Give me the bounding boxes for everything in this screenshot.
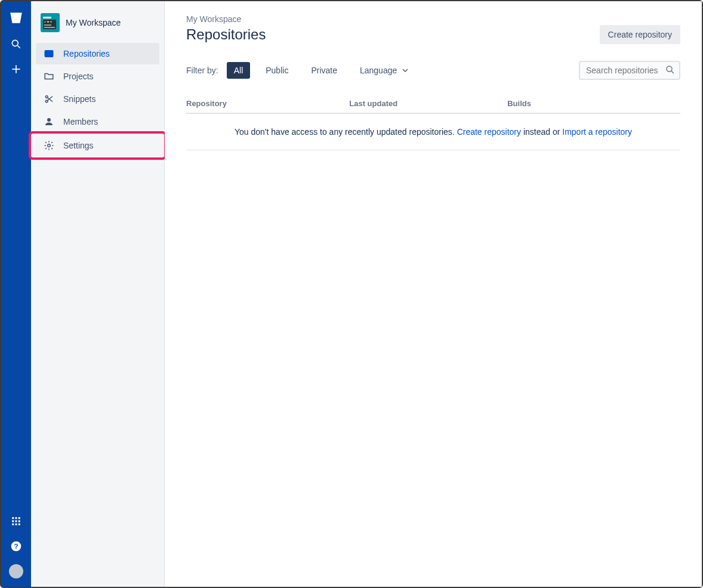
svg-rect-11: [16, 524, 17, 525]
empty-text-prefix: You don't have access to any recently up…: [235, 127, 457, 137]
create-repository-button[interactable]: Create repository: [600, 25, 680, 44]
filter-language[interactable]: Language: [353, 62, 417, 79]
empty-text-middle: instead or: [521, 127, 562, 137]
svg-rect-9: [18, 521, 20, 522]
svg-line-1: [18, 46, 20, 48]
svg-rect-8: [16, 521, 17, 522]
create-repository-link[interactable]: Create repository: [457, 127, 521, 137]
workspace-avatar-icon: [41, 13, 60, 32]
help-icon[interactable]: ?: [9, 539, 23, 553]
svg-rect-4: [12, 517, 14, 519]
create-plus-icon[interactable]: [9, 62, 23, 76]
search-icon: [665, 64, 676, 75]
gear-icon: [43, 140, 55, 151]
svg-point-16: [45, 100, 48, 103]
user-avatar[interactable]: [9, 564, 23, 578]
main-content: My Workspace Repositories Create reposit…: [165, 1, 702, 587]
column-repository: Repository: [186, 94, 349, 113]
search-icon[interactable]: [9, 37, 23, 51]
breadcrumb[interactable]: My Workspace: [186, 14, 680, 24]
filter-private[interactable]: Private: [304, 62, 344, 79]
svg-rect-7: [12, 521, 14, 522]
chevron-down-icon: [400, 66, 410, 75]
person-icon: [43, 116, 55, 128]
svg-rect-5: [16, 517, 17, 519]
filter-label: Filter by:: [186, 66, 218, 75]
svg-rect-10: [12, 524, 14, 525]
column-builds: Builds: [507, 94, 680, 113]
svg-rect-6: [18, 517, 20, 519]
code-icon: [43, 48, 55, 60]
filter-language-label: Language: [360, 66, 397, 75]
workspace-name: My Workspace: [66, 18, 121, 27]
svg-point-20: [47, 118, 51, 122]
repositories-table: Repository Last updated Builds You don't…: [186, 94, 680, 150]
filter-public[interactable]: Public: [258, 62, 295, 79]
sidebar-item-projects[interactable]: Projects: [36, 66, 159, 87]
sidebar-item-label: Repositories: [63, 49, 110, 58]
scissors-icon: [43, 93, 55, 105]
sidebar-item-label: Projects: [63, 72, 94, 81]
sidebar-item-label: Settings: [63, 141, 94, 150]
svg-line-23: [671, 71, 674, 73]
workspace-header[interactable]: My Workspace: [36, 11, 159, 42]
svg-point-17: [45, 95, 48, 98]
sidebar-item-label: Members: [63, 117, 98, 126]
bitbucket-logo-icon[interactable]: [8, 10, 24, 26]
svg-point-22: [667, 66, 672, 72]
folder-icon: [43, 70, 55, 82]
sidebar: My Workspace Repositories Projects Snipp…: [31, 1, 165, 587]
sidebar-item-members[interactable]: Members: [36, 111, 159, 132]
filter-all[interactable]: All: [227, 62, 251, 79]
page-title: Repositories: [186, 26, 266, 43]
svg-point-21: [48, 144, 51, 147]
global-nav-rail: ?: [1, 1, 31, 587]
sidebar-item-settings[interactable]: Settings: [31, 134, 164, 157]
import-repository-link[interactable]: Import a repository: [562, 127, 632, 137]
column-last-updated: Last updated: [349, 94, 507, 113]
sidebar-item-label: Snippets: [63, 94, 95, 104]
svg-point-0: [12, 40, 18, 46]
svg-text:?: ?: [14, 542, 18, 550]
sidebar-item-snippets[interactable]: Snippets: [36, 88, 159, 110]
sidebar-item-repositories[interactable]: Repositories: [36, 43, 159, 64]
svg-rect-12: [18, 524, 20, 525]
app-switcher-icon[interactable]: [9, 514, 23, 528]
empty-state-row: You don't have access to any recently up…: [186, 113, 680, 150]
